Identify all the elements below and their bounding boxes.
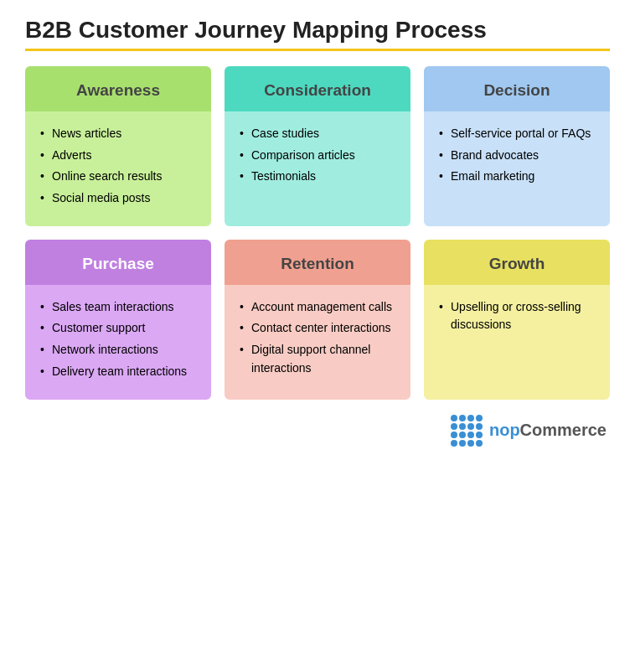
list-item: Testimonials: [240, 168, 399, 186]
logo-dots: [451, 415, 483, 447]
list-item: Social media posts: [40, 189, 199, 208]
list-item: Online search results: [40, 168, 199, 186]
list-item: Account management calls: [240, 298, 399, 317]
list-item: Self-service portal or FAQs: [439, 125, 598, 143]
card-purchase: PurchaseSales team interactionsCustomer …: [25, 240, 211, 400]
card-header-decision: Decision: [424, 66, 610, 111]
card-body-awareness: News articlesAdvertsOnline search result…: [25, 111, 211, 226]
card-body-growth: Upselling or cross-selling discussions: [424, 285, 610, 400]
list-item: Delivery team interactions: [40, 363, 199, 381]
card-body-purchase: Sales team interactionsCustomer supportN…: [25, 285, 211, 400]
logo-text: nopCommerce: [489, 421, 607, 440]
list-item: Email marketing: [439, 168, 598, 186]
card-header-awareness: Awareness: [25, 66, 211, 111]
list-item: Comparison articles: [240, 147, 399, 165]
card-header-consideration: Consideration: [225, 66, 410, 111]
card-header-retention: Retention: [225, 240, 410, 285]
list-item: Network interactions: [40, 341, 199, 359]
list-item: Digital support channel interactions: [240, 341, 399, 377]
list-item: Upselling or cross-selling discussions: [439, 298, 598, 334]
footer: nopCommerce: [25, 415, 610, 447]
card-growth: GrowthUpselling or cross-selling discuss…: [424, 240, 610, 400]
card-header-growth: Growth: [424, 240, 610, 285]
card-awareness: AwarenessNews articlesAdvertsOnline sear…: [25, 66, 211, 226]
page-title: B2B Customer Journey Mapping Process: [25, 17, 610, 44]
card-body-consideration: Case studiesComparison articlesTestimoni…: [225, 111, 410, 226]
cards-grid: AwarenessNews articlesAdvertsOnline sear…: [25, 66, 610, 400]
card-retention: RetentionAccount management callsContact…: [225, 240, 410, 400]
list-item: Case studies: [240, 125, 399, 143]
card-body-retention: Account management callsContact center i…: [225, 285, 410, 400]
list-item: Customer support: [40, 319, 199, 338]
list-item: Sales team interactions: [40, 298, 199, 317]
list-item: Adverts: [40, 147, 199, 165]
title-underline: [25, 49, 610, 51]
list-item: News articles: [40, 125, 199, 143]
card-body-decision: Self-service portal or FAQsBrand advocat…: [424, 111, 610, 226]
list-item: Contact center interactions: [240, 319, 399, 338]
card-header-purchase: Purchase: [25, 240, 211, 285]
list-item: Brand advocates: [439, 147, 598, 165]
nopcommerce-logo: nopCommerce: [451, 415, 607, 447]
card-decision: DecisionSelf-service portal or FAQsBrand…: [424, 66, 610, 226]
card-consideration: ConsiderationCase studiesComparison arti…: [225, 66, 410, 226]
